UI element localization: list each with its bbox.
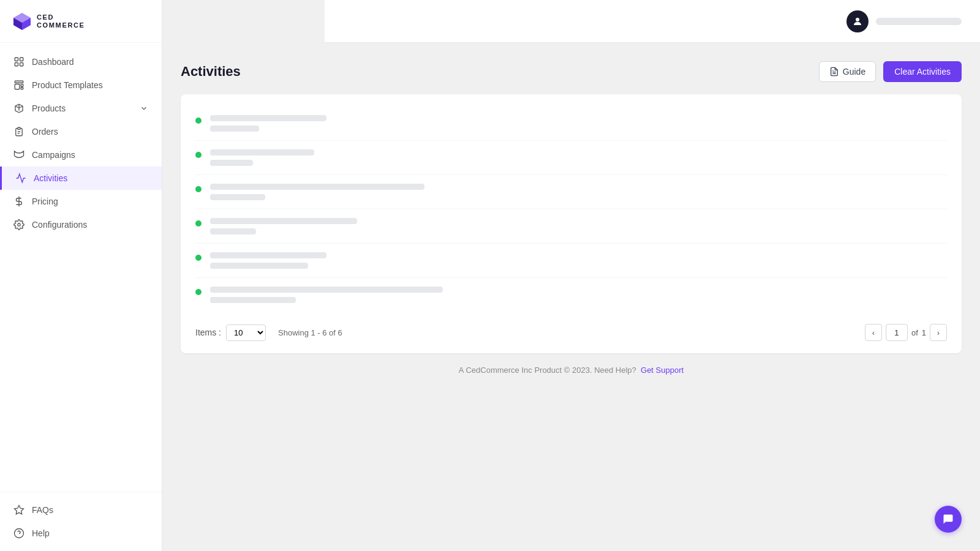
user-area [846, 10, 962, 32]
svg-rect-5 [20, 58, 23, 61]
svg-rect-6 [15, 63, 18, 66]
header-actions: Guide Clear Activities [819, 61, 962, 82]
sidebar-item-label: Product Templates [32, 80, 103, 90]
activity-text-line2 [210, 297, 296, 303]
sidebar-item-configurations[interactable]: Configurations [0, 213, 162, 236]
get-support-link[interactable]: Get Support [641, 365, 684, 375]
sidebar-item-label: Campaigns [32, 150, 75, 160]
sidebar-item-label: Products [32, 103, 66, 113]
activity-content [210, 287, 947, 303]
sidebar-item-help[interactable]: Help [0, 522, 162, 545]
total-pages: 1 [922, 328, 926, 337]
activity-content [210, 184, 947, 200]
sidebar-item-label: Activities [34, 173, 67, 183]
prev-page-button[interactable]: ‹ [865, 324, 882, 341]
products-icon [13, 103, 24, 114]
svg-point-18 [15, 529, 24, 538]
activity-content [210, 149, 947, 166]
svg-point-20 [856, 18, 859, 21]
activity-item [195, 175, 947, 209]
status-dot [195, 186, 202, 192]
sidebar-item-label: Help [32, 528, 50, 538]
activity-text-line1 [210, 115, 326, 121]
sidebar-item-activities[interactable]: Activities [0, 167, 162, 190]
sidebar-item-dashboard[interactable]: Dashboard [0, 50, 162, 73]
page-input[interactable] [886, 324, 908, 341]
items-per-page: Items : 10 20 50 Showing 1 - 6 of 6 [195, 324, 342, 341]
activity-content [210, 218, 947, 234]
sidebar-item-pricing[interactable]: Pricing [0, 190, 162, 213]
orders-icon [13, 126, 24, 137]
config-icon [13, 219, 24, 230]
activity-item [195, 141, 947, 175]
activity-text-line1 [210, 184, 424, 190]
chat-icon [942, 513, 954, 525]
sidebar-item-label: FAQs [32, 505, 53, 515]
logo-text: CEDCOMMERCE [37, 13, 85, 28]
activity-content [210, 115, 947, 132]
dashboard-icon [13, 56, 24, 67]
faq-icon [13, 504, 24, 515]
activity-text-line2 [210, 160, 253, 166]
activity-text-line2 [210, 263, 308, 269]
sidebar-item-label: Configurations [32, 220, 87, 230]
sidebar-item-label: Orders [32, 127, 58, 137]
status-dot [195, 255, 202, 261]
svg-rect-12 [18, 127, 21, 129]
clear-activities-button[interactable]: Clear Activities [883, 61, 962, 82]
activity-content [210, 252, 947, 269]
nav-list: Dashboard Product Templates Products Ord… [0, 43, 162, 492]
page-header: Activities Guide Clear Activities [181, 61, 962, 82]
svg-rect-10 [21, 84, 23, 87]
svg-rect-7 [20, 63, 23, 66]
footer: A CedCommerce Inc Product © 2023. Need H… [181, 353, 962, 387]
activity-item [195, 244, 947, 278]
avatar [846, 10, 869, 32]
user-name-skeleton [876, 18, 962, 25]
sidebar: CEDCOMMERCE Dashboard Product Templates … [0, 0, 162, 551]
activity-text-line1 [210, 252, 326, 258]
activity-item [195, 209, 947, 244]
activity-item [195, 278, 947, 312]
showing-text: Showing 1 - 6 of 6 [278, 328, 342, 337]
page-controls: ‹ of 1 › [865, 324, 947, 341]
topbar [325, 0, 980, 43]
pricing-icon [13, 196, 24, 207]
page-of-label: of [911, 328, 918, 337]
activity-item [195, 107, 947, 141]
status-dot [195, 289, 202, 295]
sidebar-item-products[interactable]: Products [0, 97, 162, 120]
activity-text-line1 [210, 287, 443, 293]
guide-icon [829, 67, 839, 77]
svg-rect-8 [15, 81, 23, 83]
sidebar-item-orders[interactable]: Orders [0, 120, 162, 143]
status-dot [195, 118, 202, 124]
user-icon [852, 16, 863, 27]
chat-button[interactable] [935, 506, 962, 533]
activities-icon [15, 173, 26, 184]
logo-area: CEDCOMMERCE [0, 0, 162, 43]
bottom-nav-list: FAQs Help [0, 498, 162, 545]
next-page-button[interactable]: › [930, 324, 947, 341]
per-page-select[interactable]: 10 20 50 [226, 324, 266, 341]
main-content: Activities Guide Clear Activities [162, 43, 980, 551]
status-dot [195, 152, 202, 158]
sidebar-bottom: FAQs Help [0, 492, 162, 551]
logo-icon [12, 12, 32, 31]
svg-rect-9 [15, 84, 20, 89]
sidebar-item-faqs[interactable]: FAQs [0, 498, 162, 522]
help-icon [13, 528, 24, 539]
activity-text-line1 [210, 218, 357, 224]
chevron-down-icon [140, 104, 148, 113]
content-wrapper: Activities Guide Clear Activities [162, 0, 980, 551]
svg-rect-4 [15, 58, 18, 61]
activity-text-line2 [210, 228, 256, 234]
sidebar-item-campaigns[interactable]: Campaigns [0, 143, 162, 167]
activity-text-line2 [210, 194, 265, 200]
sidebar-item-product-templates[interactable]: Product Templates [0, 73, 162, 97]
activity-text-line1 [210, 149, 314, 156]
activities-card: Items : 10 20 50 Showing 1 - 6 of 6 ‹ of… [181, 94, 962, 353]
svg-point-16 [18, 223, 21, 227]
activity-text-line2 [210, 126, 259, 132]
guide-button[interactable]: Guide [819, 61, 876, 82]
